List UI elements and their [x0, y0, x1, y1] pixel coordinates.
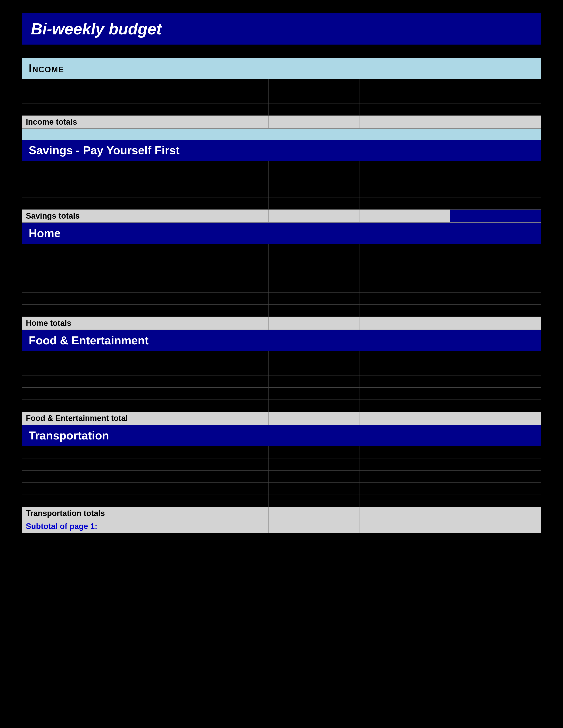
income-totals-col4[interactable]	[359, 116, 450, 129]
home-row-6-col4[interactable]	[359, 305, 450, 317]
savings-totals-col3[interactable]	[268, 210, 359, 223]
home-row-3-col5[interactable]	[450, 268, 541, 280]
income-row-1-col3[interactable]	[268, 79, 359, 91]
home-totals-col5[interactable]	[450, 317, 541, 330]
income-row-3-label[interactable]	[22, 103, 178, 116]
home-row-3-col2[interactable]	[178, 268, 268, 280]
savings-totals-col4[interactable]	[359, 210, 450, 223]
trans-row-5-col4[interactable]	[359, 495, 450, 507]
trans-row-1-col4[interactable]	[359, 446, 450, 458]
home-row-5-col2[interactable]	[178, 293, 268, 305]
trans-row-3-col4[interactable]	[359, 471, 450, 483]
trans-row-1-col5[interactable]	[450, 446, 541, 458]
home-row-5-col5[interactable]	[450, 293, 541, 305]
savings-row-4-col5[interactable]	[450, 197, 541, 210]
savings-row-3-label[interactable]	[22, 185, 178, 197]
subtotal-col3[interactable]	[268, 520, 359, 533]
home-row-4-col2[interactable]	[178, 280, 268, 293]
food-totals-col5[interactable]	[450, 412, 541, 425]
home-row-3-col4[interactable]	[359, 268, 450, 280]
food-row-2-label[interactable]	[22, 363, 178, 375]
trans-row-3-col2[interactable]	[178, 471, 268, 483]
food-row-5-col3[interactable]	[268, 400, 359, 412]
home-row-5-label[interactable]	[22, 293, 178, 305]
food-row-4-col4[interactable]	[359, 388, 450, 400]
home-row-3-col3[interactable]	[268, 268, 359, 280]
trans-row-4-col5[interactable]	[450, 483, 541, 495]
savings-row-2-col4[interactable]	[359, 173, 450, 185]
savings-row-1-col5[interactable]	[450, 161, 541, 173]
income-row-2-col3[interactable]	[268, 91, 359, 103]
food-row-1-col5[interactable]	[450, 351, 541, 363]
food-row-2-col3[interactable]	[268, 363, 359, 375]
income-totals-col2[interactable]	[178, 116, 268, 129]
income-row-1-label[interactable]	[22, 79, 178, 91]
income-row-2-col5[interactable]	[450, 91, 541, 103]
food-row-1-col2[interactable]	[178, 351, 268, 363]
transportation-totals-col3[interactable]	[268, 507, 359, 520]
home-row-6-col5[interactable]	[450, 305, 541, 317]
food-totals-col3[interactable]	[268, 412, 359, 425]
trans-row-4-col4[interactable]	[359, 483, 450, 495]
home-row-4-label[interactable]	[22, 280, 178, 293]
food-row-3-col2[interactable]	[178, 375, 268, 388]
food-totals-col2[interactable]	[178, 412, 268, 425]
home-totals-col3[interactable]	[268, 317, 359, 330]
income-row-1-col5[interactable]	[450, 79, 541, 91]
savings-row-1-col4[interactable]	[359, 161, 450, 173]
trans-row-4-label[interactable]	[22, 483, 178, 495]
home-row-6-label[interactable]	[22, 305, 178, 317]
home-row-2-col4[interactable]	[359, 256, 450, 268]
income-row-2-col4[interactable]	[359, 91, 450, 103]
savings-row-1-col3[interactable]	[268, 161, 359, 173]
trans-row-3-col5[interactable]	[450, 471, 541, 483]
food-row-4-col5[interactable]	[450, 388, 541, 400]
food-row-1-col3[interactable]	[268, 351, 359, 363]
trans-row-1-col3[interactable]	[268, 446, 359, 458]
food-row-3-col5[interactable]	[450, 375, 541, 388]
food-totals-col4[interactable]	[359, 412, 450, 425]
trans-row-2-col3[interactable]	[268, 458, 359, 471]
home-row-1-col4[interactable]	[359, 244, 450, 256]
food-row-3-col3[interactable]	[268, 375, 359, 388]
food-row-3-col4[interactable]	[359, 375, 450, 388]
home-row-5-col4[interactable]	[359, 293, 450, 305]
home-row-2-col5[interactable]	[450, 256, 541, 268]
income-row-1-col2[interactable]	[178, 79, 268, 91]
savings-row-1-label[interactable]	[22, 161, 178, 173]
trans-row-5-col2[interactable]	[178, 495, 268, 507]
income-row-3-col4[interactable]	[359, 103, 450, 116]
savings-row-2-col2[interactable]	[178, 173, 268, 185]
income-totals-col3[interactable]	[268, 116, 359, 129]
home-row-2-col2[interactable]	[178, 256, 268, 268]
home-totals-col2[interactable]	[178, 317, 268, 330]
food-row-5-col5[interactable]	[450, 400, 541, 412]
transportation-totals-col4[interactable]	[359, 507, 450, 520]
food-row-2-col5[interactable]	[450, 363, 541, 375]
home-row-1-col5[interactable]	[450, 244, 541, 256]
food-row-4-col3[interactable]	[268, 388, 359, 400]
trans-row-4-col3[interactable]	[268, 483, 359, 495]
trans-row-2-col2[interactable]	[178, 458, 268, 471]
transportation-totals-col2[interactable]	[178, 507, 268, 520]
trans-row-2-col5[interactable]	[450, 458, 541, 471]
food-row-4-label[interactable]	[22, 388, 178, 400]
home-row-1-label[interactable]	[22, 244, 178, 256]
home-row-5-col3[interactable]	[268, 293, 359, 305]
income-totals-col5[interactable]	[450, 116, 541, 129]
subtotal-col2[interactable]	[178, 520, 268, 533]
subtotal-col5[interactable]	[450, 520, 541, 533]
savings-row-2-label[interactable]	[22, 173, 178, 185]
trans-row-5-label[interactable]	[22, 495, 178, 507]
home-row-4-col4[interactable]	[359, 280, 450, 293]
food-row-3-label[interactable]	[22, 375, 178, 388]
income-row-1-col4[interactable]	[359, 79, 450, 91]
savings-totals-col5[interactable]	[450, 210, 541, 223]
income-row-2-label[interactable]	[22, 91, 178, 103]
trans-row-3-label[interactable]	[22, 471, 178, 483]
savings-row-4-col3[interactable]	[268, 197, 359, 210]
income-row-3-col2[interactable]	[178, 103, 268, 116]
food-row-4-col2[interactable]	[178, 388, 268, 400]
food-row-5-col4[interactable]	[359, 400, 450, 412]
savings-row-3-col2[interactable]	[178, 185, 268, 197]
